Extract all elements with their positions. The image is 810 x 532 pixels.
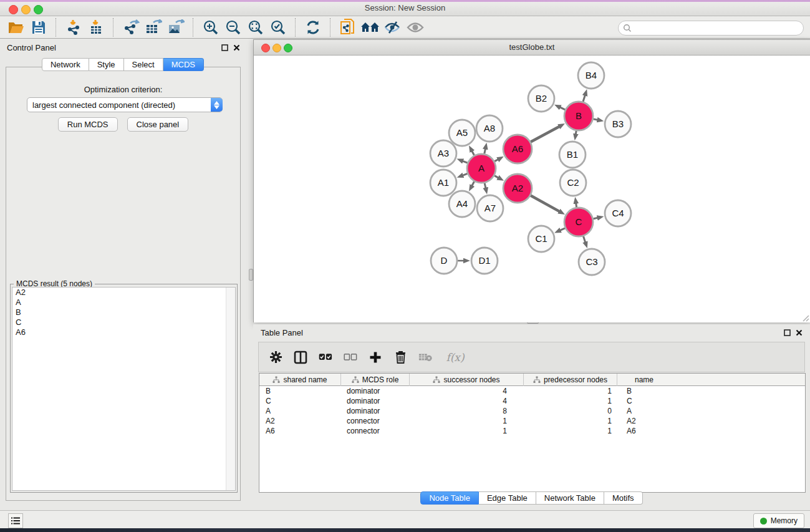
graph-edge-A-A2[interactable] — [494, 176, 498, 178]
scrollbar-track[interactable] — [226, 288, 235, 490]
table-cell[interactable]: A — [617, 407, 671, 415]
show-column-panel-icon[interactable] — [294, 351, 307, 364]
export-table-icon[interactable] — [143, 18, 163, 37]
graph-edge-C-C4[interactable] — [593, 218, 597, 219]
graph-edge-C-C2[interactable] — [576, 203, 577, 208]
show-all-eye-icon[interactable] — [405, 18, 425, 37]
table-cell[interactable]: dominator — [340, 387, 409, 395]
table-cell[interactable]: B — [617, 387, 671, 395]
float-table-panel-icon[interactable] — [783, 329, 791, 337]
graph-edge-A-A1[interactable] — [463, 173, 468, 175]
graph-edge-B-B4[interactable] — [583, 95, 585, 102]
tab-edge-table[interactable]: Edge Table — [479, 491, 536, 505]
close-panel-icon[interactable] — [233, 44, 241, 52]
mcds-result-item[interactable]: A2 — [12, 288, 235, 297]
open-session-icon[interactable] — [6, 18, 26, 37]
table-cell[interactable]: 4 — [409, 397, 523, 405]
table-row[interactable]: Cdominator41C — [259, 396, 805, 406]
tab-motifs[interactable]: Motifs — [604, 491, 643, 505]
column-header-successor-nodes[interactable]: successor nodes — [409, 374, 523, 386]
table-cell[interactable]: 1 — [409, 417, 523, 425]
table-cell[interactable]: 0 — [523, 407, 617, 415]
unselect-all-columns-icon[interactable] — [344, 351, 357, 364]
zoom-out-icon[interactable] — [223, 18, 243, 37]
graph-edge-A-A4[interactable] — [472, 181, 475, 186]
table-cell[interactable]: connector — [340, 427, 409, 435]
show-graphics-details-icon[interactable] — [360, 18, 380, 37]
table-settings-gear-icon[interactable] — [269, 351, 282, 364]
table-cell[interactable]: 1 — [523, 397, 617, 405]
table-cell[interactable]: dominator — [340, 407, 409, 415]
tab-network-table[interactable]: Network Table — [536, 491, 604, 505]
table-cell[interactable]: 1 — [409, 427, 523, 435]
import-network-icon[interactable] — [64, 18, 84, 37]
table-cell[interactable]: B — [259, 387, 340, 395]
tab-network[interactable]: Network — [42, 58, 89, 71]
column-header-MCDS-role[interactable]: MCDS role — [340, 374, 409, 386]
close-table-panel-icon[interactable] — [795, 329, 803, 337]
graph-edge-A6-B[interactable] — [531, 127, 559, 142]
graph-edge-A-A5[interactable] — [472, 151, 475, 155]
column-header-shared-name[interactable]: shared name — [259, 374, 340, 386]
select-all-columns-icon[interactable] — [319, 351, 332, 364]
graph-edge-C-C3[interactable] — [583, 236, 585, 243]
graph-edge-A-A8[interactable] — [485, 148, 486, 153]
mcds-result-item[interactable]: C — [12, 317, 235, 327]
table-cell[interactable]: 8 — [409, 407, 523, 415]
run-mcds-button[interactable]: Run MCDS — [58, 117, 118, 132]
graph-edge-A2-C[interactable] — [531, 196, 559, 212]
graph-edge-A-A3[interactable] — [463, 161, 468, 163]
create-new-column-plus-icon[interactable] — [369, 351, 382, 364]
table-cell[interactable]: 1 — [523, 417, 617, 425]
mcds-result-item[interactable]: B — [12, 307, 235, 317]
criterion-dropdown[interactable]: largest connected component (directed) — [27, 97, 223, 112]
table-cell[interactable]: 1 — [523, 427, 617, 435]
table-cell[interactable]: 4 — [409, 387, 523, 395]
table-row[interactable]: A2connector11A2 — [259, 416, 805, 426]
close-panel-button[interactable]: Close panel — [127, 117, 189, 132]
table-row[interactable]: A6connector11A6 — [259, 426, 805, 436]
resize-grip-icon[interactable] — [801, 313, 809, 322]
table-cell[interactable]: A — [259, 407, 340, 415]
table-cell[interactable]: A2 — [617, 417, 671, 425]
column-header-predecessor-nodes[interactable]: predecessor nodes — [523, 374, 617, 386]
apply-layout-icon[interactable] — [303, 18, 323, 37]
copy-network-icon[interactable] — [338, 18, 358, 37]
function-builder-icon[interactable]: f(x) — [443, 351, 467, 364]
zoom-fit-icon[interactable] — [246, 18, 266, 37]
column-header-name[interactable]: name — [617, 374, 671, 386]
zoom-in-icon[interactable] — [201, 18, 221, 37]
mcds-result-item[interactable]: A — [12, 297, 235, 307]
tab-style[interactable]: Style — [89, 58, 124, 71]
splitter-grip-vertical[interactable] — [249, 269, 253, 281]
zoom-selected-icon[interactable] — [268, 18, 288, 37]
graph-edge-B-B1[interactable] — [576, 131, 576, 135]
memory-button[interactable]: Memory — [753, 513, 804, 528]
graph-edge-B-B3[interactable] — [594, 119, 598, 120]
graph-edge-B-B2[interactable] — [560, 107, 565, 110]
table-row[interactable]: Adominator80A — [259, 406, 805, 416]
delete-table-icon[interactable] — [418, 351, 432, 364]
import-table-icon[interactable] — [86, 18, 106, 37]
graph-edge-A-A6[interactable] — [494, 159, 498, 161]
table-cell[interactable]: A6 — [259, 427, 340, 435]
tab-mcds[interactable]: MCDS — [163, 58, 204, 71]
table-row[interactable]: Bdominator41B — [259, 386, 805, 396]
export-image-icon[interactable] — [166, 18, 186, 37]
float-panel-icon[interactable] — [221, 44, 229, 52]
tab-select[interactable]: Select — [124, 58, 163, 71]
table-cell[interactable]: dominator — [340, 397, 409, 405]
tab-node-table[interactable]: Node Table — [420, 491, 479, 505]
hide-selected-eye-slash-icon[interactable] — [383, 18, 403, 37]
table-cell[interactable]: connector — [340, 417, 409, 425]
table-cell[interactable]: A2 — [259, 417, 340, 425]
table-cell[interactable]: A6 — [617, 427, 671, 435]
delete-columns-trash-icon[interactable] — [393, 351, 407, 364]
task-history-list-icon[interactable] — [8, 513, 23, 528]
network-canvas[interactable]: B4B2BB3B1A5A8A6A3AA1C2A2A4A7C4CC1C3DD1 — [254, 56, 810, 322]
table-cell[interactable]: 1 — [523, 387, 617, 395]
graph-edge-C-C1[interactable] — [560, 228, 565, 231]
save-session-icon[interactable] — [29, 18, 49, 37]
table-cell[interactable]: C — [259, 397, 340, 405]
graph-edge-A-A7[interactable] — [485, 183, 486, 188]
